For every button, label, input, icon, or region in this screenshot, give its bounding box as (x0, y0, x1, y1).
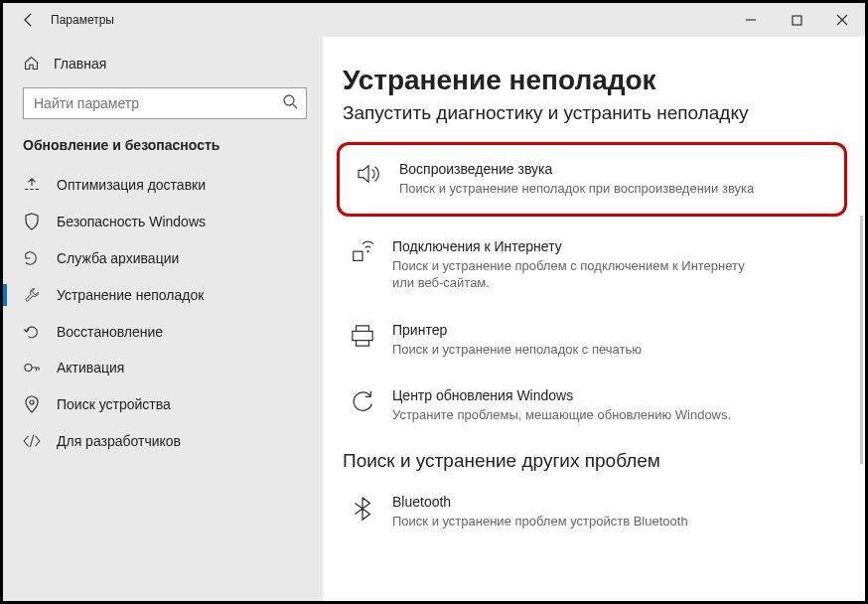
search-icon (282, 93, 298, 113)
troubleshooter-title: Bluetooth (392, 494, 688, 510)
printer-icon (349, 322, 376, 348)
troubleshooter-audio[interactable]: Воспроизведение звука Поиск и устранение… (350, 153, 834, 206)
back-button[interactable] (11, 3, 47, 37)
page-title: Устранение неполадок (343, 65, 841, 96)
sidebar-item-label: Для разработчиков (57, 433, 181, 449)
location-icon (23, 395, 41, 413)
page-subtitle: Запустить диагностику и устранить непола… (343, 102, 841, 124)
home-icon (23, 55, 40, 72)
sidebar-section-title: Обновление и безопасность (3, 137, 323, 167)
sidebar-item-label: Безопасность Windows (57, 214, 206, 229)
svg-line-3 (293, 104, 297, 108)
troubleshooter-desc: Поиск и устранение неполадок при воспрои… (399, 180, 754, 198)
troubleshooter-title: Центр обновления Windows (392, 387, 731, 403)
minimize-button[interactable] (728, 3, 774, 37)
sidebar-item-activation[interactable]: Активация (3, 350, 323, 385)
key-icon (23, 360, 41, 376)
sidebar-item-delivery-optimization[interactable]: Оптимизация доставки (3, 167, 323, 203)
svg-rect-1 (793, 16, 801, 25)
troubleshooter-title: Подключения к Интернету (392, 238, 760, 254)
sidebar-item-label: Служба архивации (57, 250, 179, 266)
sidebar-item-windows-security[interactable]: Безопасность Windows (3, 203, 323, 240)
highlighted-troubleshooter: Воспроизведение звука Поиск и устранение… (337, 142, 847, 217)
troubleshooter-desc: Поиск и устранение проблем с подключение… (392, 257, 760, 292)
sidebar-item-label: Оптимизация доставки (57, 177, 206, 193)
update-icon (349, 387, 376, 413)
sidebar-item-for-developers[interactable]: Для разработчиков (3, 423, 323, 459)
troubleshooter-internet[interactable]: Подключения к Интернету Поиск и устранен… (343, 230, 841, 300)
section-other-problems: Поиск и устранение других проблем (343, 450, 841, 472)
troubleshooter-desc: Поиск и устранение проблем устройств Blu… (392, 513, 688, 530)
sidebar-item-recovery[interactable]: Восстановление (3, 314, 323, 350)
svg-point-2 (284, 95, 294, 105)
titlebar: Параметры (3, 3, 865, 37)
sidebar-item-label: Активация (57, 360, 124, 376)
troubleshooter-bluetooth[interactable]: Bluetooth Поиск и устранение проблем уст… (343, 486, 841, 538)
shield-icon (23, 213, 41, 230)
wifi-icon (349, 238, 376, 264)
troubleshooter-title: Принтер (392, 322, 642, 338)
search-field[interactable] (34, 95, 282, 111)
sidebar-item-label: Устранение неполадок (57, 287, 204, 303)
svg-point-5 (30, 400, 34, 404)
backup-icon (23, 250, 41, 266)
svg-point-4 (25, 364, 32, 371)
troubleshooter-printer[interactable]: Принтер Поиск и устранение неполадок с п… (343, 314, 841, 367)
main-content: Устранение неполадок Запустить диагности… (323, 37, 865, 601)
scrollbar[interactable] (860, 216, 863, 464)
home-link[interactable]: Главная (3, 51, 323, 87)
sidebar-item-troubleshoot[interactable]: Устранение неполадок (3, 276, 323, 314)
troubleshooter-desc: Поиск и устранение неполадок с печатью (392, 341, 642, 359)
maximize-button[interactable] (774, 3, 819, 37)
recovery-icon (23, 324, 41, 340)
home-label: Главная (54, 56, 106, 72)
svg-point-6 (366, 249, 368, 251)
sidebar: Главная Обновление и безопасность Оптими… (3, 37, 323, 601)
speaker-icon (356, 161, 383, 185)
troubleshooter-windows-update[interactable]: Центр обновления Windows Устраните пробл… (343, 379, 841, 432)
sidebar-item-label: Восстановление (57, 324, 163, 340)
search-input[interactable] (23, 87, 307, 119)
bluetooth-icon (349, 494, 376, 522)
window-title: Параметры (51, 13, 114, 27)
wrench-icon (23, 286, 41, 304)
code-icon (23, 434, 41, 448)
sidebar-item-label: Поиск устройства (57, 396, 171, 412)
sidebar-item-find-device[interactable]: Поиск устройства (3, 385, 323, 423)
troubleshooter-title: Воспроизведение звука (399, 161, 754, 177)
delivery-icon (23, 177, 41, 193)
sidebar-item-backup[interactable]: Служба архивации (3, 240, 323, 276)
close-button[interactable] (819, 3, 865, 37)
troubleshooter-desc: Устраните проблемы, мешающие обновлению … (392, 406, 731, 424)
